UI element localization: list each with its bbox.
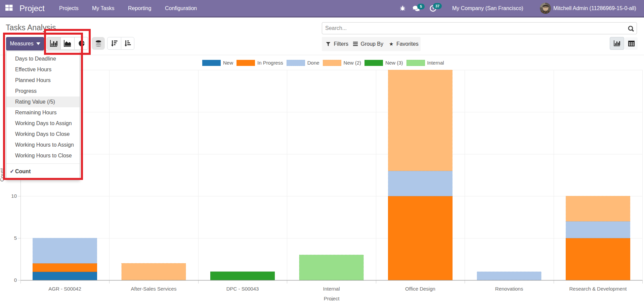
svg-text:Office Design: Office Design <box>405 286 435 292</box>
svg-text:10: 10 <box>11 193 17 199</box>
svg-text:0: 0 <box>14 277 17 283</box>
svg-text:After-Sales Services: After-Sales Services <box>131 286 177 292</box>
svg-text:Research & Development: Research & Development <box>569 286 627 292</box>
svg-text:AGR - S00042: AGR - S00042 <box>48 286 81 292</box>
svg-text:Renovations: Renovations <box>495 286 523 292</box>
svg-text:Internal: Internal <box>323 286 340 292</box>
svg-text:Project: Project <box>324 296 340 301</box>
svg-text:DPC - S00043: DPC - S00043 <box>226 286 259 292</box>
svg-text:5: 5 <box>14 235 17 241</box>
